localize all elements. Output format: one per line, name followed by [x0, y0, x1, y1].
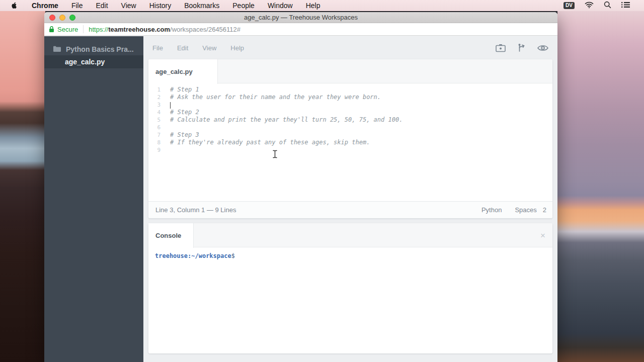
- code-line[interactable]: 6: [148, 124, 552, 131]
- workspace-menu-edit[interactable]: Edit: [177, 44, 188, 52]
- spotlight-search-icon[interactable]: [604, 1, 611, 10]
- terminal-prompt-symbol: $: [231, 252, 235, 259]
- code-text: # If they're already past any of these a…: [170, 139, 370, 146]
- indent-size-selector[interactable]: 2: [543, 206, 546, 214]
- line-number: 1: [148, 86, 160, 94]
- apple-menu-icon[interactable]: [0, 2, 25, 10]
- code-line[interactable]: 5# Calculate and print the year they'll …: [148, 116, 552, 124]
- close-window-button[interactable]: [49, 15, 55, 21]
- dv-status-badge[interactable]: DV: [564, 2, 575, 9]
- line-number: 4: [148, 109, 160, 116]
- file-name: age_calc.py: [65, 58, 105, 66]
- browser-window: age_calc.py — Treehouse Workspaces Secur…: [44, 12, 557, 362]
- snapshot-camera-icon[interactable]: [496, 44, 506, 52]
- line-number: 2: [148, 94, 160, 101]
- language-mode-selector[interactable]: Python: [481, 206, 502, 214]
- terminal[interactable]: treehouse:~/workspace$: [148, 247, 552, 353]
- text-caret: [170, 102, 171, 109]
- code-line[interactable]: 9: [148, 146, 552, 154]
- console-close-icon[interactable]: ×: [540, 231, 545, 239]
- workspace-main: File Edit View Help: [143, 36, 557, 362]
- workspace-menu-view[interactable]: View: [202, 44, 216, 52]
- desktop-wallpaper-left: [0, 0, 45, 362]
- console-tabbar: Console ×: [148, 223, 552, 247]
- code-text: # Ask the user for their name and the ye…: [170, 94, 381, 101]
- macos-menubar: Chrome File Edit View History Bookmarks …: [0, 0, 644, 11]
- line-number: 5: [148, 116, 160, 124]
- line-number: 6: [148, 124, 160, 131]
- menubar-app-name[interactable]: Chrome: [25, 2, 65, 10]
- mouse-ibeam-cursor: [272, 150, 278, 160]
- window-titlebar[interactable]: age_calc.py — Treehouse Workspaces: [44, 12, 557, 23]
- preview-eye-icon[interactable]: [537, 44, 548, 52]
- editor-tabbar: age_calc.py: [148, 59, 552, 83]
- menubar-item-edit[interactable]: Edit: [89, 2, 114, 10]
- workspace-menu-help[interactable]: Help: [230, 44, 244, 52]
- line-number: 8: [148, 139, 160, 146]
- code-lines: 1# Step 12# Ask the user for their name …: [148, 86, 552, 154]
- workspace-menubar: File Edit View Help: [143, 36, 557, 59]
- tab-age-calc-py[interactable]: age_calc.py: [148, 59, 218, 84]
- folder-icon: [53, 45, 61, 53]
- code-text: # Step 3: [170, 131, 199, 139]
- zoom-window-button[interactable]: [69, 15, 75, 21]
- url-domain: teamtreehouse.com: [108, 26, 170, 33]
- file-sidebar: Python Basics Pra... age_calc.py: [44, 36, 143, 362]
- notification-list-icon[interactable]: [621, 2, 630, 10]
- menubar-item-people[interactable]: People: [226, 2, 261, 10]
- project-name: Python Basics Pra...: [66, 45, 134, 53]
- secure-lock-icon: [49, 26, 54, 33]
- console-panel: Console × treehouse:~/workspace$: [148, 223, 552, 353]
- line-number: 9: [148, 146, 160, 154]
- terminal-prompt: treehouse:~/workspace: [155, 252, 231, 259]
- code-editor[interactable]: 1# Step 12# Ask the user for their name …: [148, 83, 552, 201]
- code-line[interactable]: 1# Step 1: [148, 86, 552, 94]
- project-folder[interactable]: Python Basics Pra...: [44, 43, 143, 55]
- code-line[interactable]: 8# If they're already past any of these …: [148, 139, 552, 146]
- address-bar[interactable]: Secure https://teamtreehouse.com/workspa…: [44, 23, 557, 36]
- url-path: /workspaces/26456112#: [170, 26, 240, 33]
- code-text: # Step 1: [170, 86, 199, 94]
- menubar-item-file[interactable]: File: [65, 2, 90, 10]
- indent-type-selector[interactable]: Spaces: [515, 206, 536, 214]
- menubar-item-help[interactable]: Help: [299, 2, 327, 10]
- urlbar-divider: [83, 25, 84, 33]
- code-line[interactable]: 4# Step 2: [148, 109, 552, 116]
- workspace-menu-file[interactable]: File: [152, 44, 163, 52]
- editor-statusbar: Line 3, Column 1 — 9 Lines Python Spaces…: [148, 201, 552, 218]
- tab-console[interactable]: Console: [148, 223, 194, 248]
- editor-panel: age_calc.py 1# Step 12# Ask the user for…: [148, 59, 552, 218]
- code-line[interactable]: 7# Step 3: [148, 131, 552, 139]
- treehouse-workspace: Python Basics Pra... age_calc.py File Ed…: [44, 36, 557, 362]
- wifi-icon[interactable]: [585, 2, 594, 10]
- code-line[interactable]: 3: [148, 101, 552, 109]
- tab-label: age_calc.py: [155, 68, 193, 75]
- code-line[interactable]: 2# Ask the user for their name and the y…: [148, 94, 552, 101]
- line-number: 3: [148, 101, 160, 109]
- code-text: # Calculate and print the year they'll t…: [170, 116, 403, 124]
- desktop-wallpaper-right: [557, 0, 644, 362]
- window-title: age_calc.py — Treehouse Workspaces: [244, 14, 358, 21]
- menubar-item-window[interactable]: Window: [261, 2, 299, 10]
- cursor-position-label: Line 3, Column 1 — 9 Lines: [155, 206, 236, 214]
- menubar-item-view[interactable]: View: [115, 2, 143, 10]
- url-scheme: https://: [89, 26, 108, 33]
- sidebar-file-age-calc[interactable]: age_calc.py: [44, 55, 143, 68]
- code-text: [170, 101, 171, 109]
- console-tab-label: Console: [155, 232, 181, 239]
- menubar-item-history[interactable]: History: [143, 2, 178, 10]
- code-text: # Step 2: [170, 109, 199, 116]
- minimize-window-button[interactable]: [59, 15, 65, 21]
- line-number: 7: [148, 131, 160, 139]
- menubar-item-bookmarks[interactable]: Bookmarks: [178, 2, 226, 10]
- secure-label: Secure: [57, 26, 78, 33]
- fork-icon[interactable]: [518, 43, 525, 52]
